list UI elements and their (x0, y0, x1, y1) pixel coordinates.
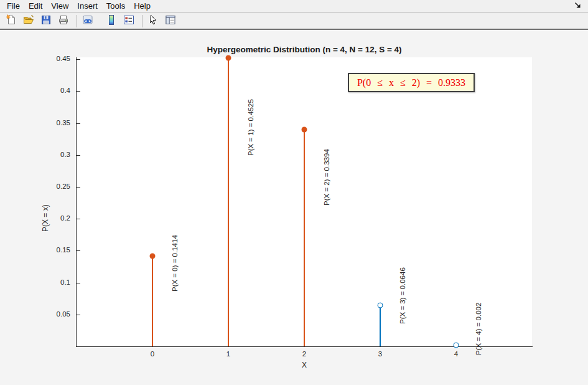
x-tick-label: 1 (216, 350, 241, 358)
menu-bar: FileEditViewInsertToolsHelp (0, 0, 588, 12)
menu-insert[interactable]: Insert (73, 0, 102, 12)
stem-line (304, 130, 305, 346)
insert-colorbar-button[interactable] (104, 14, 119, 29)
stem-marker (226, 55, 231, 60)
dock-figure-icon[interactable] (574, 1, 582, 10)
y-tickmark (77, 250, 80, 251)
edit-plot-icon (147, 14, 159, 29)
y-tick-label: 0.3 (38, 151, 70, 158)
stem-value-label: P(X = 0) = 0.1414 (171, 235, 179, 292)
property-inspector-button[interactable] (163, 14, 178, 29)
stem-marker (378, 302, 383, 308)
stem-value-label: P(X = 3) = 0.0646 (399, 267, 406, 324)
toolbar (0, 13, 588, 30)
stem-marker (302, 127, 307, 133)
stem-marker (150, 254, 156, 259)
menu-file[interactable]: File (2, 0, 24, 12)
y-tickmark (77, 59, 80, 60)
y-tick-label: 0.1 (38, 278, 70, 286)
x-tick-label: 2 (292, 350, 317, 358)
link-plot-button[interactable] (80, 14, 95, 29)
toolbar-separator (77, 15, 77, 27)
y-tickmark (77, 315, 80, 315)
stem-value-label: P(X = 1) = 0.4525 (247, 99, 254, 156)
x-tick-label: 3 (368, 350, 393, 358)
y-tick-label: 0.45 (38, 55, 70, 62)
menu-help[interactable]: Help (129, 0, 155, 12)
x-tick-label: 0 (140, 350, 165, 358)
annotation-box[interactable]: P(0 ≤ x ≤ 2) = 0.9333 (348, 73, 475, 92)
insert-colorbar-icon (105, 14, 118, 29)
y-tickmark (77, 91, 80, 92)
toolbar-separator (142, 15, 142, 27)
y-tickmark (77, 219, 80, 219)
x-axis-label: X (292, 361, 317, 369)
y-tickmark (77, 155, 80, 156)
link-plot-icon (82, 14, 94, 29)
property-inspector-icon (164, 14, 177, 29)
chart-title: Hypergeometric Distribution (n = 4, N = … (77, 45, 532, 54)
y-tick-label: 0.4 (38, 87, 70, 94)
y-tickmark (77, 187, 80, 188)
x-tick-label: 4 (444, 350, 469, 358)
stem-line (228, 58, 229, 346)
stem-line (380, 305, 381, 346)
y-tickmark (77, 123, 80, 124)
stem-marker (454, 342, 459, 348)
menu-tools[interactable]: Tools (102, 0, 129, 12)
y-tick-label: 0.2 (38, 214, 70, 222)
y-axis-line (76, 57, 77, 347)
insert-legend-button[interactable] (121, 14, 136, 29)
y-tickmark (77, 283, 80, 283)
figure-window: FileEditViewInsertToolsHelp Hypergeometr… (0, 0, 588, 385)
menu-edit[interactable]: Edit (24, 0, 47, 12)
new-figure-icon (5, 14, 17, 29)
y-tick-label: 0.35 (38, 119, 70, 126)
x-axis-line (76, 346, 533, 347)
new-figure-button[interactable] (4, 14, 19, 29)
open-file-button[interactable] (21, 14, 36, 29)
menu-view[interactable]: View (47, 0, 73, 12)
edit-plot-button[interactable] (146, 14, 161, 29)
figure-canvas: Hypergeometric Distribution (n = 4, N = … (0, 30, 588, 385)
y-tick-label: 0.15 (38, 246, 70, 254)
save-figure-button[interactable] (39, 14, 54, 29)
insert-legend-icon (123, 14, 135, 29)
print-figure-icon (57, 14, 70, 29)
save-figure-icon (40, 14, 52, 29)
stem-line (152, 256, 153, 346)
y-tick-label: 0.25 (38, 183, 70, 190)
stem-value-label: P(X = 2) = 0.3394 (323, 149, 330, 206)
print-figure-button[interactable] (56, 14, 71, 29)
open-file-icon (22, 14, 35, 29)
y-tick-label: 0.05 (38, 310, 70, 318)
annotation-text: P(0 ≤ x ≤ 2) = 0.9333 (357, 77, 465, 88)
stem-value-label: P(X = 4) = 0.002 (475, 303, 482, 355)
